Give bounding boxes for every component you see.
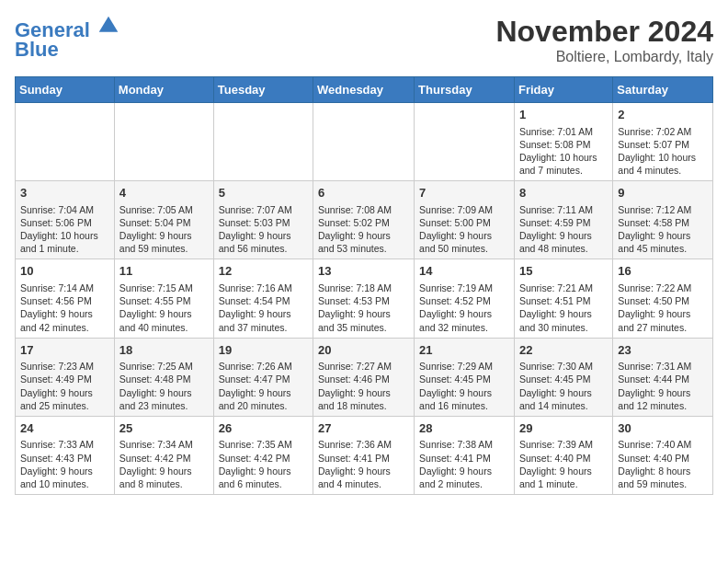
day-number: 23	[618, 342, 708, 359]
calendar-cell: 17Sunrise: 7:23 AMSunset: 4:49 PMDayligh…	[16, 338, 115, 416]
day-number: 29	[519, 420, 608, 437]
calendar-cell: 11Sunrise: 7:15 AMSunset: 4:55 PMDayligh…	[114, 259, 213, 338]
calendar-cell: 1Sunrise: 7:01 AMSunset: 5:08 PMDaylight…	[514, 103, 612, 181]
day-number: 9	[618, 185, 708, 201]
weekday-header-tuesday: Tuesday	[213, 77, 313, 103]
calendar-cell	[114, 103, 213, 181]
day-info: Sunrise: 7:21 AMSunset: 4:51 PMDaylight:…	[519, 282, 608, 334]
day-number: 30	[618, 420, 708, 437]
weekday-header-friday: Friday	[514, 77, 612, 103]
day-info: Sunrise: 7:40 AMSunset: 4:40 PMDaylight:…	[618, 438, 708, 490]
day-info: Sunrise: 7:18 AMSunset: 4:53 PMDaylight:…	[318, 282, 409, 334]
weekday-header-row: SundayMondayTuesdayWednesdayThursdayFrid…	[16, 77, 713, 103]
day-info: Sunrise: 7:35 AMSunset: 4:42 PMDaylight:…	[219, 438, 308, 490]
day-info: Sunrise: 7:23 AMSunset: 4:49 PMDaylight:…	[20, 360, 109, 412]
calendar-cell: 5Sunrise: 7:07 AMSunset: 5:03 PMDaylight…	[213, 181, 313, 259]
calendar-week-5: 24Sunrise: 7:33 AMSunset: 4:43 PMDayligh…	[16, 416, 713, 494]
calendar-table: SundayMondayTuesdayWednesdayThursdayFrid…	[15, 76, 713, 495]
calendar-cell	[313, 103, 415, 181]
calendar-cell: 9Sunrise: 7:12 AMSunset: 4:58 PMDaylight…	[613, 181, 713, 259]
calendar-cell: 25Sunrise: 7:34 AMSunset: 4:42 PMDayligh…	[114, 416, 213, 494]
calendar-cell: 6Sunrise: 7:08 AMSunset: 5:02 PMDaylight…	[313, 181, 415, 259]
calendar-cell: 26Sunrise: 7:35 AMSunset: 4:42 PMDayligh…	[213, 416, 313, 494]
month-title: November 2024	[495, 15, 713, 49]
day-number: 19	[219, 342, 308, 359]
calendar-cell: 28Sunrise: 7:38 AMSunset: 4:41 PMDayligh…	[415, 416, 515, 494]
day-number: 11	[119, 263, 209, 280]
day-info: Sunrise: 7:15 AMSunset: 4:55 PMDaylight:…	[119, 282, 209, 334]
title-area: November 2024 Boltiere, Lombardy, Italy	[495, 15, 713, 65]
day-number: 1	[519, 107, 608, 123]
day-number: 26	[219, 420, 308, 437]
day-info: Sunrise: 7:16 AMSunset: 4:54 PMDaylight:…	[219, 282, 308, 334]
day-number: 13	[318, 263, 409, 280]
day-info: Sunrise: 7:19 AMSunset: 4:52 PMDaylight:…	[419, 282, 509, 334]
day-number: 20	[318, 342, 409, 359]
day-number: 7	[419, 185, 509, 201]
calendar-cell: 29Sunrise: 7:39 AMSunset: 4:40 PMDayligh…	[514, 416, 612, 494]
logo: General Blue	[15, 15, 119, 62]
calendar-cell: 10Sunrise: 7:14 AMSunset: 4:56 PMDayligh…	[16, 259, 115, 338]
weekday-header-wednesday: Wednesday	[313, 77, 415, 103]
location-title: Boltiere, Lombardy, Italy	[495, 49, 713, 65]
day-info: Sunrise: 7:09 AMSunset: 5:00 PMDaylight:…	[419, 203, 509, 256]
calendar-cell: 13Sunrise: 7:18 AMSunset: 4:53 PMDayligh…	[313, 259, 415, 338]
day-number: 8	[519, 185, 608, 201]
day-info: Sunrise: 7:36 AMSunset: 4:41 PMDaylight:…	[318, 438, 409, 490]
calendar-week-4: 17Sunrise: 7:23 AMSunset: 4:49 PMDayligh…	[16, 338, 713, 416]
day-number: 12	[219, 263, 308, 280]
calendar-cell: 14Sunrise: 7:19 AMSunset: 4:52 PMDayligh…	[415, 259, 515, 338]
day-number: 24	[20, 420, 109, 437]
page-header: General Blue November 2024 Boltiere, Lom…	[15, 15, 713, 65]
calendar-cell: 18Sunrise: 7:25 AMSunset: 4:48 PMDayligh…	[114, 338, 213, 416]
weekday-header-saturday: Saturday	[613, 77, 713, 103]
day-info: Sunrise: 7:39 AMSunset: 4:40 PMDaylight:…	[519, 438, 608, 490]
day-number: 6	[318, 185, 409, 201]
calendar-cell: 27Sunrise: 7:36 AMSunset: 4:41 PMDayligh…	[313, 416, 415, 494]
weekday-header-sunday: Sunday	[16, 77, 115, 103]
day-number: 2	[618, 107, 708, 123]
day-info: Sunrise: 7:25 AMSunset: 4:48 PMDaylight:…	[119, 360, 209, 412]
day-info: Sunrise: 7:38 AMSunset: 4:41 PMDaylight:…	[419, 438, 509, 490]
day-info: Sunrise: 7:04 AMSunset: 5:06 PMDaylight:…	[20, 203, 109, 256]
day-number: 27	[318, 420, 409, 437]
day-number: 18	[119, 342, 209, 359]
day-number: 4	[119, 185, 209, 201]
calendar-cell: 19Sunrise: 7:26 AMSunset: 4:47 PMDayligh…	[213, 338, 313, 416]
day-info: Sunrise: 7:33 AMSunset: 4:43 PMDaylight:…	[20, 438, 109, 490]
day-info: Sunrise: 7:12 AMSunset: 4:58 PMDaylight:…	[618, 203, 708, 256]
day-number: 25	[119, 420, 209, 437]
calendar-cell: 23Sunrise: 7:31 AMSunset: 4:44 PMDayligh…	[613, 338, 713, 416]
weekday-header-thursday: Thursday	[415, 77, 515, 103]
calendar-cell: 20Sunrise: 7:27 AMSunset: 4:46 PMDayligh…	[313, 338, 415, 416]
day-info: Sunrise: 7:08 AMSunset: 5:02 PMDaylight:…	[318, 203, 409, 256]
day-info: Sunrise: 7:26 AMSunset: 4:47 PMDaylight:…	[219, 360, 308, 412]
calendar-cell	[16, 103, 115, 181]
logo-icon	[97, 15, 119, 37]
day-info: Sunrise: 7:31 AMSunset: 4:44 PMDaylight:…	[618, 360, 708, 412]
calendar-week-3: 10Sunrise: 7:14 AMSunset: 4:56 PMDayligh…	[16, 259, 713, 338]
calendar-cell: 22Sunrise: 7:30 AMSunset: 4:45 PMDayligh…	[514, 338, 612, 416]
day-number: 3	[20, 185, 109, 201]
day-number: 28	[419, 420, 509, 437]
day-number: 14	[419, 263, 509, 280]
calendar-week-2: 3Sunrise: 7:04 AMSunset: 5:06 PMDaylight…	[16, 181, 713, 259]
calendar-cell: 12Sunrise: 7:16 AMSunset: 4:54 PMDayligh…	[213, 259, 313, 338]
day-number: 10	[20, 263, 109, 280]
calendar-cell: 16Sunrise: 7:22 AMSunset: 4:50 PMDayligh…	[613, 259, 713, 338]
calendar-cell: 21Sunrise: 7:29 AMSunset: 4:45 PMDayligh…	[415, 338, 515, 416]
day-info: Sunrise: 7:01 AMSunset: 5:08 PMDaylight:…	[519, 125, 608, 178]
day-number: 5	[219, 185, 308, 201]
day-info: Sunrise: 7:11 AMSunset: 4:59 PMDaylight:…	[519, 203, 608, 256]
calendar-cell: 3Sunrise: 7:04 AMSunset: 5:06 PMDaylight…	[16, 181, 115, 259]
day-info: Sunrise: 7:07 AMSunset: 5:03 PMDaylight:…	[219, 203, 308, 256]
calendar-cell	[213, 103, 313, 181]
calendar-cell: 8Sunrise: 7:11 AMSunset: 4:59 PMDaylight…	[514, 181, 612, 259]
calendar-cell: 30Sunrise: 7:40 AMSunset: 4:40 PMDayligh…	[613, 416, 713, 494]
calendar-cell: 24Sunrise: 7:33 AMSunset: 4:43 PMDayligh…	[16, 416, 115, 494]
day-number: 21	[419, 342, 509, 359]
day-number: 15	[519, 263, 608, 280]
day-info: Sunrise: 7:14 AMSunset: 4:56 PMDaylight:…	[20, 282, 109, 334]
svg-marker-0	[99, 17, 119, 32]
calendar-cell: 4Sunrise: 7:05 AMSunset: 5:04 PMDaylight…	[114, 181, 213, 259]
